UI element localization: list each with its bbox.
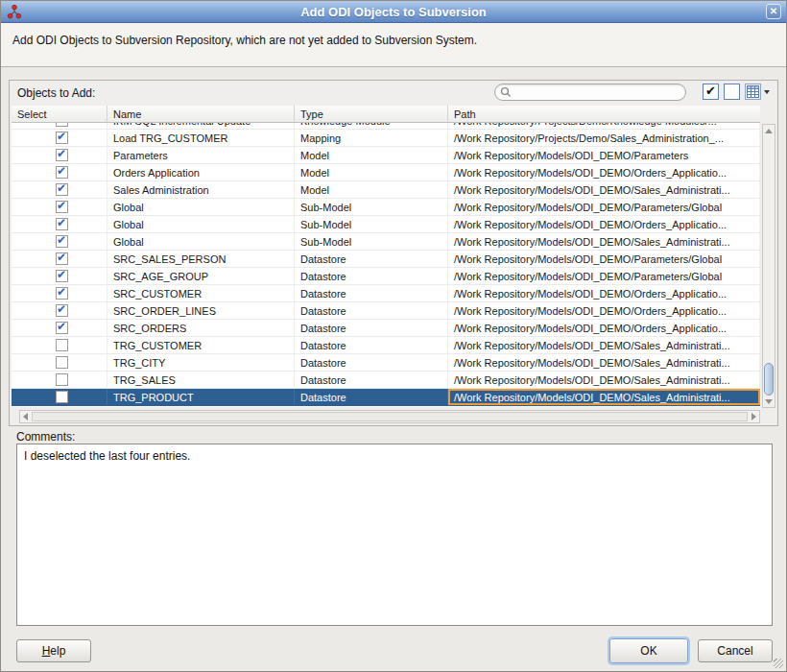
type-cell: Datastore bbox=[295, 302, 448, 319]
path-cell: /Work Repository/Models/ODI_DEMO/Orders_… bbox=[448, 164, 760, 180]
type-cell: Model bbox=[295, 164, 448, 180]
close-icon[interactable]: ✕ bbox=[766, 4, 781, 19]
row-checkbox[interactable] bbox=[56, 235, 68, 248]
search-input[interactable] bbox=[512, 85, 685, 99]
select-cell bbox=[12, 181, 107, 198]
table-header: Select Name Type Path bbox=[12, 106, 760, 123]
table-row[interactable]: Orders Application Model /Work Repositor… bbox=[12, 164, 760, 181]
help-button[interactable]: Help bbox=[16, 639, 91, 662]
row-checkbox[interactable] bbox=[56, 391, 68, 403]
row-checkbox[interactable] bbox=[56, 356, 68, 369]
row-checkbox[interactable] bbox=[56, 132, 68, 144]
cancel-button[interactable]: Cancel bbox=[698, 639, 773, 662]
name-cell: Load TRG_CUSTOMER bbox=[107, 130, 295, 146]
table-row[interactable]: Global Sub-Model /Work Repository/Models… bbox=[12, 216, 760, 233]
type-cell: Model bbox=[295, 147, 448, 163]
path-cell: /Work Repository/Models/ODI_DEMO/Orders_… bbox=[448, 216, 760, 232]
name-cell: SRC_ORDERS bbox=[107, 320, 295, 336]
vertical-scrollbar-thumb[interactable] bbox=[764, 363, 774, 396]
name-cell: SRC_ORDER_LINES bbox=[107, 302, 295, 319]
select-cell bbox=[12, 251, 107, 267]
row-checkbox[interactable] bbox=[56, 304, 68, 317]
name-cell: TRG_CUSTOMER bbox=[107, 337, 295, 353]
select-cell bbox=[12, 123, 107, 129]
select-all-button[interactable] bbox=[703, 84, 719, 100]
select-cell bbox=[12, 147, 107, 163]
table-options-button[interactable] bbox=[745, 84, 761, 100]
help-button-label: Help bbox=[42, 644, 66, 658]
table-options-caret-icon[interactable] bbox=[764, 90, 770, 94]
table-row[interactable]: Global Sub-Model /Work Repository/Models… bbox=[12, 199, 760, 216]
row-checkbox[interactable] bbox=[56, 183, 68, 196]
table-row[interactable]: TRG_SALES Datastore /Work Repository/Mod… bbox=[12, 372, 760, 389]
select-cell bbox=[12, 164, 107, 180]
odi-objects-icon bbox=[7, 4, 22, 19]
type-cell: Datastore bbox=[295, 268, 448, 284]
row-checkbox[interactable] bbox=[56, 123, 68, 127]
table-row[interactable]: Parameters Model /Work Repository/Models… bbox=[12, 147, 760, 164]
table-row[interactable]: IKM SQL Incremental Update Knowledge Mod… bbox=[12, 123, 760, 130]
column-header-path[interactable]: Path bbox=[448, 106, 760, 122]
type-cell: Knowledge Module bbox=[295, 123, 448, 129]
comments-input[interactable]: I deselected the last four entries. bbox=[16, 444, 773, 626]
ok-button[interactable]: OK bbox=[609, 638, 688, 663]
row-checkbox[interactable] bbox=[56, 270, 68, 282]
path-cell: /Work Repository/Models/ODI_DEMO/Orders_… bbox=[448, 302, 760, 319]
path-cell: /Work Repository/Models/ODI_DEMO/Paramet… bbox=[448, 199, 760, 215]
resize-grip[interactable] bbox=[774, 659, 783, 668]
table-row[interactable]: SRC_ORDER_LINES Datastore /Work Reposito… bbox=[12, 302, 760, 320]
table-row[interactable]: SRC_ORDERS Datastore /Work Repository/Mo… bbox=[12, 320, 760, 337]
table-row[interactable]: SRC_CUSTOMER Datastore /Work Repository/… bbox=[12, 285, 760, 302]
name-cell: SRC_AGE_GROUP bbox=[107, 268, 295, 284]
row-checkbox[interactable] bbox=[56, 149, 68, 161]
vertical-scrollbar[interactable] bbox=[762, 124, 775, 408]
select-cell bbox=[12, 354, 107, 371]
row-checkbox[interactable] bbox=[56, 201, 68, 213]
table-row[interactable]: SRC_SALES_PERSON Datastore /Work Reposit… bbox=[12, 251, 760, 268]
row-checkbox[interactable] bbox=[56, 373, 68, 386]
table-row[interactable]: TRG_PRODUCT Datastore /Work Repository/M… bbox=[12, 389, 760, 406]
row-checkbox[interactable] bbox=[56, 287, 68, 300]
select-cell bbox=[12, 268, 107, 284]
horizontal-scrollbar-thumb[interactable] bbox=[32, 412, 748, 421]
select-cell bbox=[12, 372, 107, 388]
search-field[interactable] bbox=[494, 84, 686, 101]
type-cell: Sub-Model bbox=[295, 233, 448, 250]
row-checkbox[interactable] bbox=[56, 218, 68, 230]
table-row[interactable]: TRG_CITY Datastore /Work Repository/Mode… bbox=[12, 354, 760, 372]
scroll-down-icon[interactable] bbox=[765, 399, 773, 404]
name-cell: Global bbox=[107, 233, 295, 250]
type-cell: Datastore bbox=[295, 389, 448, 405]
name-cell: Orders Application bbox=[107, 164, 295, 180]
scroll-left-icon[interactable] bbox=[23, 413, 28, 420]
table-row[interactable]: TRG_CUSTOMER Datastore /Work Repository/… bbox=[12, 337, 760, 354]
table-row[interactable]: Load TRG_CUSTOMER Mapping /Work Reposito… bbox=[12, 130, 760, 147]
path-cell: /Work Repository/Models/ODI_DEMO/Sales_A… bbox=[448, 354, 760, 371]
type-cell: Datastore bbox=[295, 337, 448, 353]
deselect-all-button[interactable] bbox=[724, 84, 740, 100]
type-cell: Datastore bbox=[295, 354, 448, 371]
path-cell: /Work Repository/Models/ODI_DEMO/Paramet… bbox=[448, 251, 760, 267]
name-cell: Sales Administration bbox=[107, 181, 295, 198]
row-checkbox[interactable] bbox=[56, 166, 68, 179]
table-row[interactable]: SRC_AGE_GROUP Datastore /Work Repository… bbox=[12, 268, 760, 285]
column-header-select[interactable]: Select bbox=[12, 106, 107, 122]
table-row[interactable]: Global Sub-Model /Work Repository/Models… bbox=[12, 233, 760, 251]
table-row[interactable]: Sales Administration Model /Work Reposit… bbox=[12, 181, 760, 199]
type-cell: Datastore bbox=[295, 285, 448, 301]
table-rows: IKM SQL Incremental Update Knowledge Mod… bbox=[12, 123, 760, 406]
path-cell: /Work Repository/Projects/Demo/Sales_Adm… bbox=[448, 130, 760, 146]
type-cell: Datastore bbox=[295, 320, 448, 336]
dialog-description: Add ODI Objects to Subversion Repository… bbox=[1, 23, 786, 67]
scroll-right-icon[interactable] bbox=[751, 413, 756, 420]
row-checkbox[interactable] bbox=[56, 339, 68, 351]
path-cell: /Work Repository/Models/ODI_DEMO/Sales_A… bbox=[448, 337, 760, 353]
horizontal-scrollbar[interactable] bbox=[19, 410, 760, 423]
comments-label: Comments: bbox=[16, 430, 75, 444]
column-header-type[interactable]: Type bbox=[295, 106, 448, 122]
row-checkbox[interactable] bbox=[56, 252, 68, 265]
title-bar: Add ODI Objects to Subversion ✕ bbox=[1, 1, 786, 23]
column-header-name[interactable]: Name bbox=[107, 106, 295, 122]
row-checkbox[interactable] bbox=[56, 322, 68, 334]
scroll-up-icon[interactable] bbox=[765, 129, 773, 133]
